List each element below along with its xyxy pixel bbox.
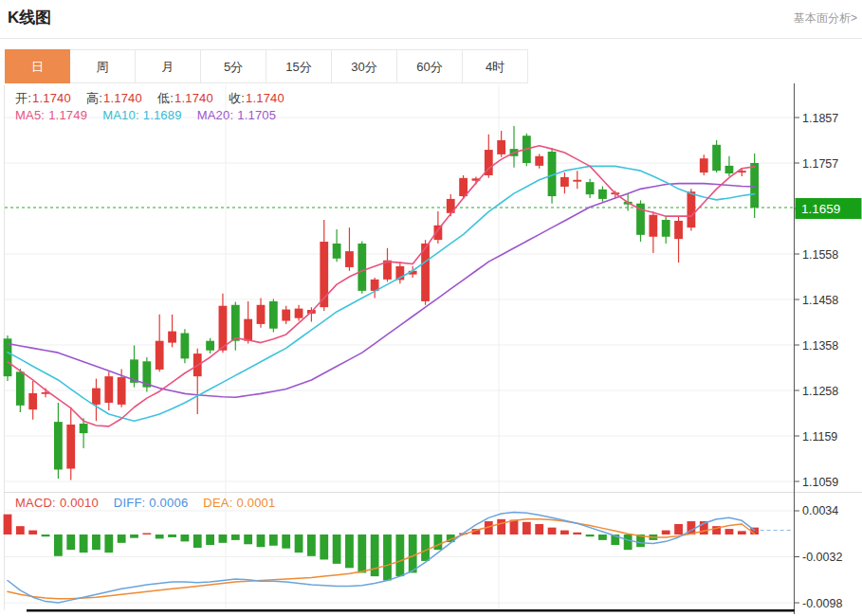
lg-ohlc-item: 开:1.1740	[15, 91, 71, 105]
svg-text:1.1659: 1.1659	[801, 202, 840, 216]
lg-ma-item: MA5:1.1749	[15, 108, 87, 122]
ohlc-legend: 开:1.1740高:1.1740低:1.1740收:1.1740	[15, 90, 300, 107]
ma-legend: MA5:1.1749MA10:1.1689MA20:1.1705	[15, 108, 291, 122]
lg-ma-item: MA20:1.1705	[197, 108, 277, 122]
fundamental-analysis-link[interactable]: 基本面分析>	[794, 10, 857, 27]
svg-text:1.1258: 1.1258	[802, 385, 838, 398]
lg-macd-item: DEA:0.0001	[203, 496, 275, 510]
lg-ohlc-item: 高:1.1740	[86, 91, 142, 105]
tab-4时[interactable]: 4时	[463, 49, 528, 83]
tab-周[interactable]: 周	[70, 49, 136, 83]
svg-text:1.1558: 1.1558	[802, 248, 838, 262]
page-title: K线图	[8, 7, 51, 28]
tab-15分[interactable]: 15分	[266, 49, 332, 83]
svg-text:1.1159: 1.1159	[802, 430, 837, 444]
lg-macd-item: MACD:0.0010	[15, 496, 99, 510]
svg-text:0.0034: 0.0034	[802, 504, 838, 517]
svg-text:1.1857: 1.1857	[802, 112, 838, 125]
svg-text:-0.0098: -0.0098	[802, 597, 842, 610]
tab-30分[interactable]: 30分	[332, 49, 397, 83]
kline-page: 1.18571.17571.16591.15581.14581.13581.12…	[0, 0, 862, 616]
tab-60分[interactable]: 60分	[397, 49, 463, 83]
tab-5分[interactable]: 5分	[201, 49, 266, 83]
lg-ma-item: MA10:1.1689	[102, 108, 182, 122]
lg-ohlc-item: 收:1.1740	[229, 91, 284, 105]
svg-text:1.1358: 1.1358	[802, 339, 838, 353]
tab-月[interactable]: 月	[136, 49, 201, 83]
lg-ohlc-item: 低:1.1740	[157, 91, 213, 105]
tab-日[interactable]: 日	[5, 49, 70, 83]
macd-legend: MACD:0.0010DIFF:0.0006DEA:0.0001	[15, 496, 290, 510]
svg-text:1.1757: 1.1757	[802, 157, 838, 171]
lg-macd-item: DIFF:0.0006	[114, 496, 188, 510]
svg-text:-0.0032: -0.0032	[802, 551, 842, 564]
interval-tabs: 日周月5分15分30分60分4时	[5, 49, 528, 83]
header-divider	[0, 38, 862, 39]
svg-text:1.1059: 1.1059	[802, 476, 838, 489]
svg-text:1.1458: 1.1458	[802, 294, 838, 307]
